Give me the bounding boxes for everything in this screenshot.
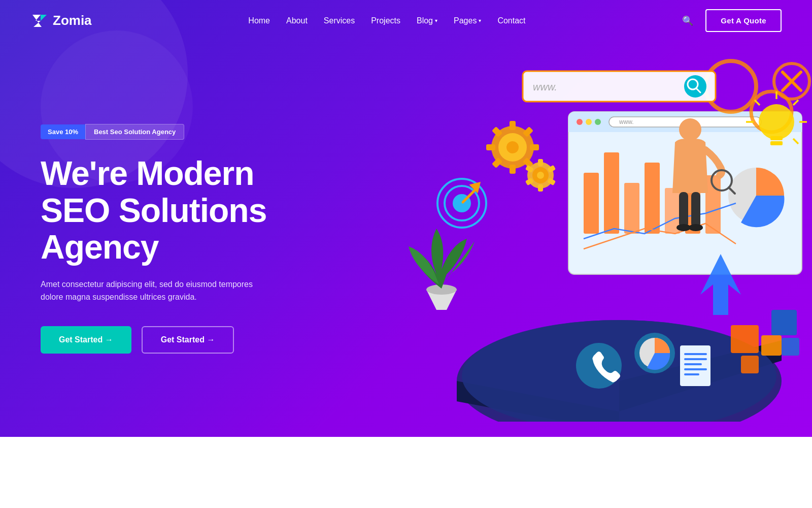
svg-marker-1 bbox=[41, 15, 47, 21]
logo-icon bbox=[30, 12, 49, 30]
svg-rect-10 bbox=[584, 173, 599, 234]
nav-about[interactable]: About bbox=[286, 16, 308, 25]
svg-rect-41 bbox=[530, 144, 539, 150]
svg-text:www.: www. bbox=[533, 81, 557, 92]
nav-projects[interactable]: Projects bbox=[371, 16, 400, 25]
bottom-section bbox=[0, 437, 812, 508]
svg-point-29 bbox=[679, 118, 701, 141]
svg-rect-25 bbox=[684, 358, 707, 360]
svg-point-35 bbox=[689, 224, 703, 231]
get-started-secondary-button[interactable]: Get Started → bbox=[142, 326, 234, 354]
svg-rect-23 bbox=[680, 345, 710, 386]
svg-rect-24 bbox=[684, 353, 707, 355]
hero-buttons: Get Started → Get Started → bbox=[41, 326, 284, 354]
get-started-primary-button[interactable]: Get Started → bbox=[41, 326, 131, 354]
svg-rect-28 bbox=[684, 373, 699, 375]
svg-point-67 bbox=[759, 104, 794, 140]
badge-save: Save 10% bbox=[41, 124, 85, 139]
svg-point-38 bbox=[506, 141, 519, 153]
svg-text:www.: www. bbox=[619, 118, 634, 125]
svg-rect-12 bbox=[624, 183, 639, 234]
svg-rect-32 bbox=[679, 192, 688, 228]
logo[interactable]: Zomia bbox=[30, 12, 92, 30]
pages-chevron-icon: ▾ bbox=[479, 18, 481, 23]
svg-rect-86 bbox=[771, 310, 797, 335]
svg-rect-83 bbox=[731, 325, 759, 353]
svg-rect-69 bbox=[770, 141, 783, 145]
svg-point-49 bbox=[537, 172, 544, 179]
brand-name: Zomia bbox=[53, 13, 92, 28]
svg-rect-33 bbox=[691, 192, 700, 228]
badge-tagline: Best Seo Solution Agency bbox=[85, 124, 184, 140]
blog-chevron-icon: ▾ bbox=[435, 18, 437, 23]
svg-rect-87 bbox=[782, 338, 799, 356]
svg-point-6 bbox=[586, 119, 592, 125]
svg-rect-39 bbox=[510, 121, 516, 130]
svg-rect-50 bbox=[538, 159, 543, 166]
svg-point-5 bbox=[577, 119, 583, 125]
hero-section: Save 10% Best Seo Solution Agency We're … bbox=[0, 0, 812, 437]
svg-rect-11 bbox=[604, 152, 619, 234]
svg-rect-85 bbox=[741, 356, 759, 373]
hero-title: We're Modern SEO Solutions Agency bbox=[41, 155, 284, 266]
nav-services[interactable]: Services bbox=[324, 16, 355, 25]
svg-line-74 bbox=[755, 100, 760, 105]
svg-rect-53 bbox=[538, 184, 543, 192]
nav-blog-dropdown[interactable]: Blog ▾ bbox=[417, 16, 437, 25]
svg-rect-27 bbox=[684, 368, 707, 370]
svg-line-71 bbox=[793, 100, 798, 105]
hero-illustration: www. bbox=[365, 41, 812, 422]
svg-rect-13 bbox=[645, 163, 660, 234]
search-button[interactable]: 🔍 bbox=[682, 15, 693, 26]
nav-home[interactable]: Home bbox=[248, 16, 270, 25]
main-nav: Home About Services Projects Blog ▾ Page… bbox=[248, 16, 525, 25]
svg-rect-43 bbox=[510, 165, 516, 174]
hero-content: Save 10% Best Seo Solution Agency We're … bbox=[0, 124, 284, 354]
svg-rect-84 bbox=[761, 335, 782, 356]
search-icon: 🔍 bbox=[682, 16, 693, 26]
nav-contact[interactable]: Contact bbox=[497, 16, 525, 25]
hero-description: Amet consectetur adipiscing elit, sed do… bbox=[41, 278, 274, 304]
svg-rect-26 bbox=[684, 363, 702, 365]
svg-point-7 bbox=[595, 119, 601, 125]
header: Zomia Home About Services Projects Blog … bbox=[0, 0, 812, 41]
svg-marker-0 bbox=[32, 15, 42, 27]
header-right: 🔍 Get A Quote bbox=[682, 9, 782, 32]
get-quote-button[interactable]: Get A Quote bbox=[705, 9, 782, 32]
nav-pages-dropdown[interactable]: Pages ▾ bbox=[454, 16, 481, 25]
hero-badge: Save 10% Best Seo Solution Agency bbox=[41, 124, 284, 140]
svg-point-34 bbox=[676, 224, 691, 231]
svg-rect-45 bbox=[486, 144, 495, 150]
svg-rect-68 bbox=[770, 136, 783, 140]
